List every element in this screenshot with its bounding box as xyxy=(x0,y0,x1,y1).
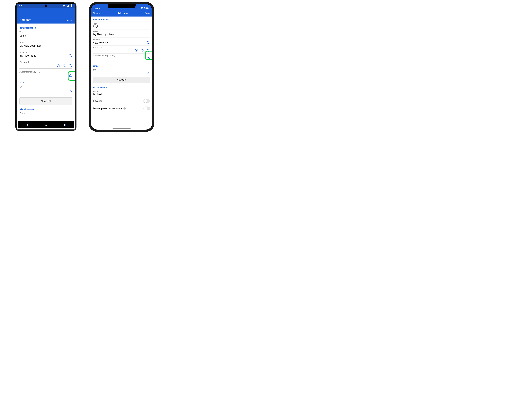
refresh-icon[interactable] xyxy=(146,41,150,44)
new-uri-button[interactable]: New URI xyxy=(93,77,150,83)
svg-point-16 xyxy=(135,49,138,52)
svg-rect-14 xyxy=(146,8,148,9)
type-value: Login xyxy=(93,25,150,29)
username-label: Username xyxy=(93,38,150,41)
android-time: 5:20 xyxy=(19,4,22,7)
ios-device: 7:18 5G E Cancel Add Item Save Item Info… xyxy=(89,2,154,132)
check-circle-icon[interactable] xyxy=(57,64,60,67)
svg-point-12 xyxy=(140,9,140,9)
android-device: 5:20 Add Item SAVE Item Information Type… xyxy=(15,2,76,131)
name-label: Name xyxy=(19,41,72,43)
camera-icon[interactable] xyxy=(69,74,72,77)
folder-label: Folder xyxy=(93,90,150,92)
svg-point-19 xyxy=(148,58,149,59)
type-label: Type xyxy=(19,31,72,33)
android-appbar: Add Item SAVE xyxy=(17,8,75,24)
username-value: my_username xyxy=(93,41,150,45)
totp-label: Authenticator Key (TOTP) xyxy=(93,55,150,56)
svg-point-7 xyxy=(45,124,47,126)
svg-point-20 xyxy=(148,73,149,73)
name-field[interactable]: Name My New Login Item xyxy=(93,29,150,37)
android-content: Item Information Type Login Name My New … xyxy=(17,24,75,123)
navbar-title: Add Item xyxy=(117,12,128,15)
svg-rect-8 xyxy=(64,124,66,126)
refresh-icon[interactable] xyxy=(146,49,150,52)
android-screen: 5:20 Add Item SAVE Item Information Type… xyxy=(17,4,75,130)
uri-label: URI xyxy=(19,86,72,88)
uri-label: URI xyxy=(93,69,150,71)
name-input[interactable]: My New Login Item xyxy=(19,43,72,49)
uri-value xyxy=(93,71,150,75)
svg-rect-18 xyxy=(147,58,150,59)
refresh-icon[interactable] xyxy=(69,54,72,57)
folder-field[interactable]: Folder No Folder xyxy=(93,89,150,97)
save-button[interactable]: Save xyxy=(145,12,150,15)
svg-point-3 xyxy=(64,65,65,66)
notch xyxy=(108,4,136,8)
svg-point-2 xyxy=(57,64,60,67)
password-label: Password xyxy=(19,61,72,63)
svg-rect-0 xyxy=(71,4,72,7)
username-input[interactable]: my_username xyxy=(19,53,72,59)
favorite-row: Favorite xyxy=(93,97,150,105)
silence-switch xyxy=(89,21,89,26)
eye-icon[interactable] xyxy=(141,49,144,52)
cell-signal-icon xyxy=(138,6,140,10)
svg-rect-1 xyxy=(71,4,72,4)
volume-down-button xyxy=(89,40,89,48)
password-field[interactable]: Password xyxy=(93,46,150,54)
check-circle-icon[interactable] xyxy=(135,49,138,52)
home-indicator[interactable] xyxy=(113,128,131,129)
svg-point-5 xyxy=(70,75,71,76)
uri-field[interactable]: URI xyxy=(93,68,150,76)
cancel-button[interactable]: Cancel xyxy=(93,12,100,15)
type-label: Type xyxy=(93,23,150,25)
username-label: Username xyxy=(19,51,72,53)
ios-navbar: Cancel Add Item Save xyxy=(91,10,152,17)
totp-field[interactable]: Authenticator Key (TOTP) xyxy=(93,54,150,61)
folder-label: Folder xyxy=(19,112,72,114)
save-button[interactable]: SAVE xyxy=(66,19,72,22)
username-field[interactable]: Username my_username xyxy=(93,37,150,46)
android-statusbar: 5:20 xyxy=(17,4,75,8)
type-field[interactable]: Type Login xyxy=(93,22,150,29)
svg-point-9 xyxy=(138,9,138,9)
reprompt-row: Master password re-prompt xyxy=(93,105,150,112)
back-icon[interactable] xyxy=(26,123,29,127)
svg-point-10 xyxy=(139,9,139,9)
totp-label: Authenticator Key (TOTP) xyxy=(19,71,72,73)
reprompt-toggle[interactable] xyxy=(143,107,150,111)
volume-up-button xyxy=(89,29,89,37)
gear-icon[interactable] xyxy=(146,71,150,74)
uri-input[interactable] xyxy=(19,88,72,93)
type-picker[interactable]: Login xyxy=(19,33,72,39)
camera-icon[interactable] xyxy=(146,57,150,60)
battery-icon xyxy=(70,4,73,7)
totp-input[interactable] xyxy=(19,73,72,78)
eye-icon[interactable] xyxy=(63,64,66,67)
reprompt-label: Master password re-prompt xyxy=(93,107,123,110)
favorite-toggle[interactable] xyxy=(143,99,150,103)
password-input[interactable] xyxy=(19,63,72,69)
gear-icon[interactable] xyxy=(69,89,72,92)
section-misc: Miscellaneous xyxy=(19,108,72,111)
ios-screen: 7:18 5G E Cancel Add Item Save Item Info… xyxy=(91,4,152,130)
android-system-nav xyxy=(18,121,74,128)
appbar-title: Add Item xyxy=(19,18,31,22)
section-misc: Miscellaneous xyxy=(93,86,150,89)
name-value: My New Login Item xyxy=(93,33,150,37)
new-uri-button[interactable]: New URI xyxy=(19,97,72,105)
ios-content: Item Information Type Login Name My New … xyxy=(91,17,152,123)
section-item-info: Item Information xyxy=(19,27,72,29)
svg-rect-4 xyxy=(69,75,72,76)
name-label: Name xyxy=(93,30,150,33)
section-item-info: Item Information xyxy=(93,19,150,21)
refresh-icon[interactable] xyxy=(69,64,72,67)
status-icons xyxy=(62,4,73,7)
home-icon[interactable] xyxy=(44,123,48,127)
battery-icon xyxy=(145,6,149,10)
favorite-label: Favorite xyxy=(93,100,102,102)
recent-apps-icon[interactable] xyxy=(63,123,66,127)
ios-time: 7:18 xyxy=(94,7,98,10)
help-circle-icon[interactable] xyxy=(123,107,126,110)
